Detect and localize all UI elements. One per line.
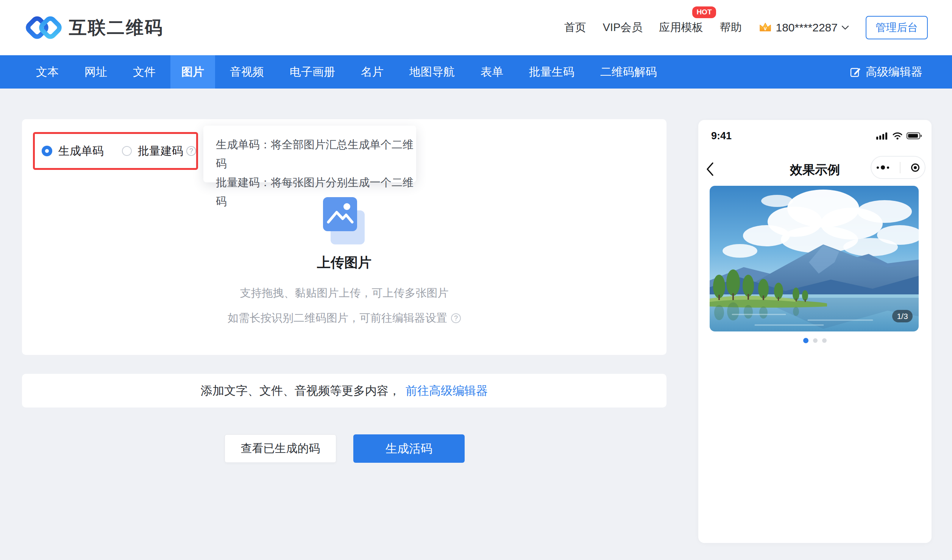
svg-text:v: v [764,25,767,31]
preview-carousel-image[interactable]: 1/3 [710,186,919,331]
landscape-illustration [710,186,919,331]
category-tabs: 文本 网址 文件 图片 音视频 电子画册 名片 地图导航 表单 批量生码 二维码… [0,55,952,89]
mode-batch-label: 批量建码 [138,143,183,159]
chevron-down-icon [841,25,849,30]
tooltip-line-1: 生成单码：将全部图片汇总生成单个二维码 [216,135,416,173]
tab-text[interactable]: 文本 [25,55,70,89]
carousel-dots [698,338,932,343]
carousel-dot-1-active[interactable] [803,338,808,343]
logo[interactable]: 互联二维码 [25,0,164,55]
goto-advanced-editor-link[interactable]: 前往高级编辑器 [406,383,488,399]
miniprogram-capsule [871,156,925,179]
phone-status-bar: 9:41 [711,129,920,143]
more-content-text: 添加文字、文件、音视频等更多内容， [201,383,400,399]
category-nav: 文本 网址 文件 图片 音视频 电子画册 名片 地图导航 表单 批量生码 二维码… [0,55,952,89]
logo-text: 互联二维码 [69,16,164,40]
image-counter-badge: 1/3 [892,310,913,322]
mode-selector-highlight: 生成单码 批量建码 ? [33,132,198,170]
nav-templates-label: 应用模板 [659,21,703,33]
nav-home[interactable]: 首页 [564,20,586,35]
tab-form[interactable]: 表单 [470,55,514,89]
tab-url[interactable]: 网址 [73,55,118,89]
upload-hint-2-text: 如需长按识别二维码图片，可前往编辑器设置 [228,311,447,326]
capsule-divider [900,162,900,173]
advanced-editor-link[interactable]: 高级编辑器 [850,55,922,89]
tab-image-active[interactable]: 图片 [170,55,215,89]
logo-icon [25,14,63,41]
phone-preview-panel: 9:41 效果示例 [698,120,932,543]
close-target-icon[interactable] [911,163,919,172]
mode-single-label: 生成单码 [58,143,104,159]
status-time: 9:41 [711,130,732,142]
upload-image-icon [323,197,365,244]
carousel-dot-2[interactable] [813,338,818,343]
battery-icon [907,132,920,139]
phone-nav-bar: 效果示例 [698,152,932,187]
tab-ebook[interactable]: 电子画册 [279,55,346,89]
tab-batch-codes[interactable]: 批量生码 [518,55,585,89]
carousel-dot-3[interactable] [822,338,827,343]
upload-hint-2: 如需长按识别二维码图片，可前往编辑器设置 ? [22,311,666,326]
edit-icon [850,66,861,78]
nav-templates[interactable]: 应用模板 HOT [659,20,703,35]
top-nav: 首页 VIP会员 应用模板 HOT 帮助 v 180****2287 管理后台 [564,0,928,55]
mode-option-batch[interactable]: 批量建码 [122,143,183,159]
hot-badge: HOT [692,6,716,18]
tab-map-nav[interactable]: 地图导航 [398,55,466,89]
admin-button[interactable]: 管理后台 [866,16,928,39]
view-generated-codes-button[interactable]: 查看已生成的码 [225,434,336,463]
vip-crown-icon: v [758,22,772,34]
upload-hint-1: 支持拖拽、黏贴图片上传，可上传多张图片 [22,286,666,301]
site-header: 互联二维码 首页 VIP会员 应用模板 HOT 帮助 v 180****2287 [0,0,952,55]
signal-bars-icon [876,132,888,140]
tab-audio-video[interactable]: 音视频 [219,55,275,89]
upload-dropzone[interactable]: 上传图片 支持拖拽、黏贴图片上传，可上传多张图片 如需长按识别二维码图片，可前往… [22,197,666,326]
tab-decode[interactable]: 二维码解码 [589,55,668,89]
upload-title: 上传图片 [22,254,666,272]
generate-live-code-button[interactable]: 生成活码 [353,434,465,463]
tab-file[interactable]: 文件 [122,55,167,89]
picture-icon [323,197,357,231]
advanced-editor-label: 高级编辑器 [866,64,922,80]
more-options-icon[interactable] [877,165,889,170]
status-icons [876,132,920,140]
user-phone: 180****2287 [776,21,838,34]
mode-option-single[interactable]: 生成单码 [42,143,104,159]
generator-card: 生成单码 批量建码 ? 生成单码：将全部图片汇总生成单个二维码 批量建码：将每张… [22,119,666,355]
mode-help-icon[interactable]: ? [186,146,196,156]
radio-unselected-icon[interactable] [122,146,132,156]
upload-help-icon[interactable]: ? [451,313,461,323]
radio-selected-icon[interactable] [42,146,52,156]
wifi-icon [892,132,903,140]
user-account[interactable]: v 180****2287 [758,21,849,34]
nav-help[interactable]: 帮助 [720,20,742,35]
tab-business-card[interactable]: 名片 [350,55,395,89]
mode-tooltip: 生成单码：将全部图片汇总生成单个二维码 批量建码：将每张图片分别生成一个二维码 [203,126,416,182]
more-content-bar: 添加文字、文件、音视频等更多内容， 前往高级编辑器 [22,374,666,408]
nav-vip[interactable]: VIP会员 [603,20,643,35]
